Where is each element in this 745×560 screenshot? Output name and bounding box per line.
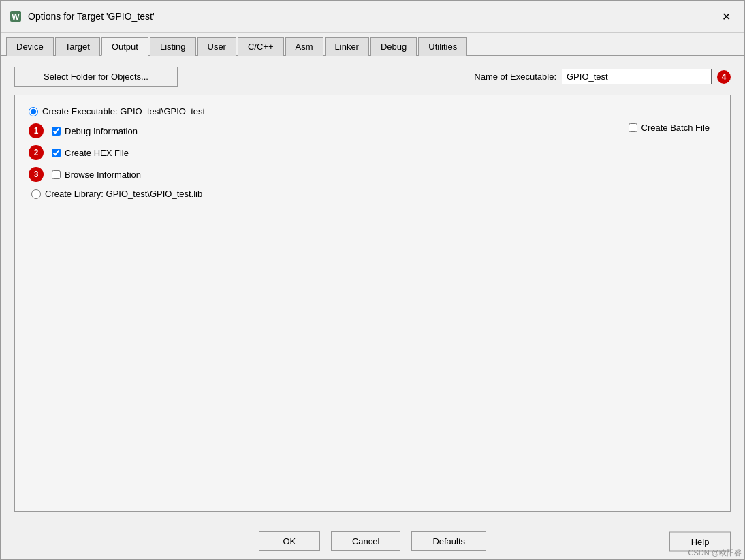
ok-button[interactable]: OK [259, 531, 320, 551]
tab-cpp[interactable]: C/C++ [238, 37, 284, 56]
cancel-button[interactable]: Cancel [331, 531, 400, 551]
svg-text:W: W [12, 12, 20, 22]
badge-2: 2 [29, 145, 44, 160]
create-library-row: Create Library: GPIO_test\GPIO_test.lib [29, 189, 716, 199]
tab-utilities[interactable]: Utilities [418, 37, 467, 56]
create-library-label[interactable]: Create Library: GPIO_test\GPIO_test.lib [31, 189, 202, 199]
close-button[interactable]: ✕ [716, 6, 736, 27]
create-executable-label[interactable]: Create Executable: GPIO_test\GPIO_test [29, 106, 205, 116]
create-hex-checkbox[interactable] [52, 149, 61, 157]
tab-output[interactable]: Output [101, 37, 148, 56]
tab-linker[interactable]: Linker [325, 37, 369, 56]
tab-asm[interactable]: Asm [285, 37, 323, 56]
badge-4: 4 [717, 70, 731, 84]
create-executable-row: Create Executable: GPIO_test\GPIO_test [29, 106, 716, 116]
content-area: Select Folder for Objects... Name of Exe… [1, 56, 744, 523]
create-batch-file-checkbox[interactable] [629, 123, 637, 132]
tab-debug[interactable]: Debug [370, 37, 417, 56]
create-executable-radio[interactable] [29, 107, 38, 116]
tab-user[interactable]: User [197, 37, 236, 56]
create-library-radio[interactable] [31, 189, 41, 199]
create-hex-label[interactable]: Create HEX File [52, 148, 129, 158]
tab-bar: Device Target Output Listing User C/C++ … [1, 33, 744, 56]
browse-info-label[interactable]: Browse Information [52, 170, 141, 180]
defaults-button[interactable]: Defaults [411, 531, 486, 551]
bottom-bar: OK Cancel Defaults Help CSDN @欧阳睿 [1, 523, 744, 559]
badge-1: 1 [29, 123, 44, 138]
executable-name-group: Name of Executable: 4 [474, 69, 731, 84]
dialog-window: W Options for Target 'GPIO_test' ✕ Devic… [0, 0, 745, 560]
badge-3: 3 [29, 167, 44, 182]
top-controls: Select Folder for Objects... Name of Exe… [14, 67, 731, 87]
app-logo-icon: W [9, 10, 22, 23]
title-bar-left: W Options for Target 'GPIO_test' [9, 10, 155, 23]
tab-device[interactable]: Device [6, 37, 54, 56]
select-folder-button[interactable]: Select Folder for Objects... [14, 67, 178, 87]
title-bar: W Options for Target 'GPIO_test' ✕ [1, 1, 744, 33]
executable-name-input[interactable] [562, 69, 712, 84]
debug-info-checkbox[interactable] [52, 127, 61, 136]
browse-info-checkbox[interactable] [52, 170, 61, 179]
create-batch-file-label[interactable]: Create Batch File [629, 123, 710, 133]
debug-info-row: 1 Debug Information [29, 123, 716, 138]
tab-listing[interactable]: Listing [150, 37, 196, 56]
create-batch-file-area: Create Batch File [626, 123, 710, 133]
tab-target[interactable]: Target [55, 37, 100, 56]
watermark: CSDN @欧阳睿 [688, 548, 742, 558]
browse-info-row: 3 Browse Information [29, 167, 716, 182]
window-title: Options for Target 'GPIO_test' [28, 11, 155, 22]
main-box: Create Executable: GPIO_test\GPIO_test 1… [14, 95, 731, 512]
debug-info-label[interactable]: Debug Information [52, 126, 138, 136]
executable-name-label: Name of Executable: [474, 72, 556, 82]
create-hex-row: 2 Create HEX File [29, 145, 716, 160]
